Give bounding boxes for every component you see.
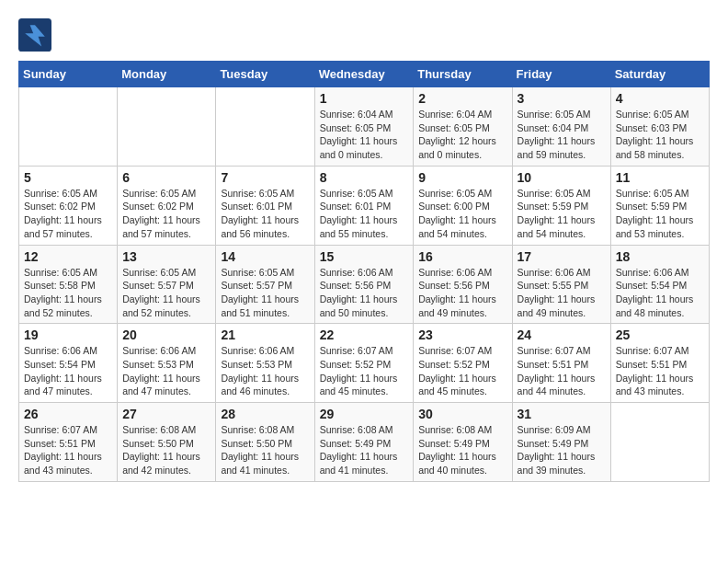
day-number: 16: [418, 249, 506, 264]
calendar-cell: 5Sunrise: 6:05 AMSunset: 6:02 PMDaylight…: [19, 166, 118, 245]
day-detail: Sunrise: 6:04 AMSunset: 6:05 PMDaylight:…: [418, 108, 506, 162]
day-number: 7: [221, 170, 309, 185]
day-number: 21: [221, 327, 309, 342]
calendar-cell: [118, 87, 216, 167]
day-number: 22: [320, 327, 409, 342]
calendar-cell: 10Sunrise: 6:05 AMSunset: 5:59 PMDayligh…: [512, 166, 610, 245]
calendar-cell: 24Sunrise: 6:07 AMSunset: 5:51 PMDayligh…: [512, 324, 610, 403]
day-number: 12: [24, 249, 112, 264]
day-number: 26: [24, 407, 112, 421]
day-detail: Sunrise: 6:05 AMSunset: 5:59 PMDaylight:…: [518, 187, 606, 241]
calendar-cell: 2Sunrise: 6:04 AMSunset: 6:05 PMDaylight…: [414, 87, 512, 167]
calendar-cell: 26Sunrise: 6:07 AMSunset: 5:51 PMDayligh…: [19, 403, 118, 482]
day-detail: Sunrise: 6:05 AMSunset: 6:00 PMDaylight:…: [418, 187, 506, 241]
calendar-cell: 1Sunrise: 6:04 AMSunset: 6:05 PMDaylight…: [314, 87, 414, 167]
calendar-week-5: 26Sunrise: 6:07 AMSunset: 5:51 PMDayligh…: [19, 403, 710, 482]
day-detail: Sunrise: 6:06 AMSunset: 5:53 PMDaylight:…: [221, 344, 309, 398]
day-number: 1: [320, 91, 409, 106]
day-detail: Sunrise: 6:06 AMSunset: 5:54 PMDaylight:…: [24, 344, 112, 398]
day-number: 14: [221, 249, 309, 264]
calendar-cell: 29Sunrise: 6:08 AMSunset: 5:49 PMDayligh…: [314, 403, 414, 482]
calendar-cell: 16Sunrise: 6:06 AMSunset: 5:56 PMDayligh…: [414, 245, 512, 324]
calendar-cell: 7Sunrise: 6:05 AMSunset: 6:01 PMDaylight…: [216, 166, 314, 245]
weekday-header-wednesday: Wednesday: [314, 62, 414, 87]
calendar-cell: 14Sunrise: 6:05 AMSunset: 5:57 PMDayligh…: [216, 245, 314, 324]
day-number: 28: [221, 407, 309, 421]
day-number: 27: [122, 407, 210, 421]
day-number: 10: [518, 170, 606, 185]
calendar-cell: 30Sunrise: 6:08 AMSunset: 5:49 PMDayligh…: [414, 403, 512, 482]
calendar-cell: [216, 87, 314, 167]
logo-icon: [18, 18, 51, 52]
day-detail: Sunrise: 6:05 AMSunset: 6:01 PMDaylight:…: [320, 187, 409, 241]
calendar-cell: [19, 87, 118, 167]
day-detail: Sunrise: 6:05 AMSunset: 6:01 PMDaylight:…: [221, 187, 309, 241]
calendar-cell: 8Sunrise: 6:05 AMSunset: 6:01 PMDaylight…: [314, 166, 414, 245]
day-number: 24: [518, 327, 606, 342]
day-number: 13: [122, 249, 210, 264]
day-detail: Sunrise: 6:07 AMSunset: 5:51 PMDaylight:…: [616, 344, 704, 398]
day-number: 2: [418, 91, 506, 106]
calendar-cell: 18Sunrise: 6:06 AMSunset: 5:54 PMDayligh…: [610, 245, 709, 324]
weekday-header-thursday: Thursday: [414, 62, 512, 87]
day-number: 19: [24, 327, 112, 342]
day-number: 23: [418, 327, 506, 342]
day-number: 18: [616, 249, 704, 264]
day-number: 15: [320, 249, 409, 264]
day-number: 6: [122, 170, 210, 185]
calendar-cell: 11Sunrise: 6:05 AMSunset: 5:59 PMDayligh…: [610, 166, 709, 245]
day-detail: Sunrise: 6:08 AMSunset: 5:49 PMDaylight:…: [320, 423, 409, 477]
day-detail: Sunrise: 6:05 AMSunset: 6:03 PMDaylight:…: [616, 108, 704, 162]
day-detail: Sunrise: 6:06 AMSunset: 5:56 PMDaylight:…: [418, 266, 506, 320]
calendar-cell: 28Sunrise: 6:08 AMSunset: 5:50 PMDayligh…: [216, 403, 314, 482]
calendar-cell: 19Sunrise: 6:06 AMSunset: 5:54 PMDayligh…: [19, 324, 118, 403]
day-number: 30: [418, 407, 506, 421]
calendar-cell: 25Sunrise: 6:07 AMSunset: 5:51 PMDayligh…: [610, 324, 709, 403]
calendar-cell: 20Sunrise: 6:06 AMSunset: 5:53 PMDayligh…: [118, 324, 216, 403]
day-number: 17: [518, 249, 606, 264]
day-detail: Sunrise: 6:05 AMSunset: 6:04 PMDaylight:…: [518, 108, 606, 162]
day-detail: Sunrise: 6:08 AMSunset: 5:50 PMDaylight:…: [122, 423, 210, 477]
calendar-cell: 12Sunrise: 6:05 AMSunset: 5:58 PMDayligh…: [19, 245, 118, 324]
day-detail: Sunrise: 6:06 AMSunset: 5:56 PMDaylight:…: [320, 266, 409, 320]
day-detail: Sunrise: 6:06 AMSunset: 5:53 PMDaylight:…: [122, 344, 210, 398]
day-number: 5: [24, 170, 112, 185]
day-detail: Sunrise: 6:05 AMSunset: 5:57 PMDaylight:…: [122, 266, 210, 320]
calendar-cell: 15Sunrise: 6:06 AMSunset: 5:56 PMDayligh…: [314, 245, 414, 324]
day-number: 20: [122, 327, 210, 342]
weekday-header-friday: Friday: [512, 62, 610, 87]
day-detail: Sunrise: 6:07 AMSunset: 5:51 PMDaylight:…: [518, 344, 606, 398]
day-detail: Sunrise: 6:09 AMSunset: 5:49 PMDaylight:…: [518, 423, 606, 477]
weekday-header-tuesday: Tuesday: [216, 62, 314, 87]
day-detail: Sunrise: 6:07 AMSunset: 5:52 PMDaylight:…: [418, 344, 506, 398]
day-detail: Sunrise: 6:05 AMSunset: 5:57 PMDaylight:…: [221, 266, 309, 320]
weekday-header-saturday: Saturday: [610, 62, 709, 87]
day-number: 8: [320, 170, 409, 185]
calendar-cell: 9Sunrise: 6:05 AMSunset: 6:00 PMDaylight…: [414, 166, 512, 245]
calendar-cell: 13Sunrise: 6:05 AMSunset: 5:57 PMDayligh…: [118, 245, 216, 324]
day-detail: Sunrise: 6:05 AMSunset: 5:58 PMDaylight:…: [24, 266, 112, 320]
calendar-cell: 22Sunrise: 6:07 AMSunset: 5:52 PMDayligh…: [314, 324, 414, 403]
day-number: 29: [320, 407, 409, 421]
weekday-header-monday: Monday: [118, 62, 216, 87]
calendar-cell: [610, 403, 709, 482]
day-detail: Sunrise: 6:06 AMSunset: 5:54 PMDaylight:…: [616, 266, 704, 320]
calendar-week-3: 12Sunrise: 6:05 AMSunset: 5:58 PMDayligh…: [19, 245, 710, 324]
day-detail: Sunrise: 6:06 AMSunset: 5:55 PMDaylight:…: [518, 266, 606, 320]
calendar-cell: 3Sunrise: 6:05 AMSunset: 6:04 PMDaylight…: [512, 87, 610, 167]
calendar-header: SundayMondayTuesdayWednesdayThursdayFrid…: [19, 62, 710, 87]
calendar-cell: 31Sunrise: 6:09 AMSunset: 5:49 PMDayligh…: [512, 403, 610, 482]
calendar-week-1: 1Sunrise: 6:04 AMSunset: 6:05 PMDaylight…: [19, 87, 710, 167]
calendar-cell: 23Sunrise: 6:07 AMSunset: 5:52 PMDayligh…: [414, 324, 512, 403]
day-detail: Sunrise: 6:05 AMSunset: 6:02 PMDaylight:…: [122, 187, 210, 241]
day-number: 31: [518, 407, 606, 421]
day-number: 11: [616, 170, 704, 185]
day-number: 3: [518, 91, 606, 106]
calendar-cell: 17Sunrise: 6:06 AMSunset: 5:55 PMDayligh…: [512, 245, 610, 324]
day-number: 9: [418, 170, 506, 185]
day-detail: Sunrise: 6:04 AMSunset: 6:05 PMDaylight:…: [320, 108, 409, 162]
calendar-cell: 6Sunrise: 6:05 AMSunset: 6:02 PMDaylight…: [118, 166, 216, 245]
day-number: 4: [616, 91, 704, 106]
calendar-cell: 27Sunrise: 6:08 AMSunset: 5:50 PMDayligh…: [118, 403, 216, 482]
calendar-week-4: 19Sunrise: 6:06 AMSunset: 5:54 PMDayligh…: [19, 324, 710, 403]
